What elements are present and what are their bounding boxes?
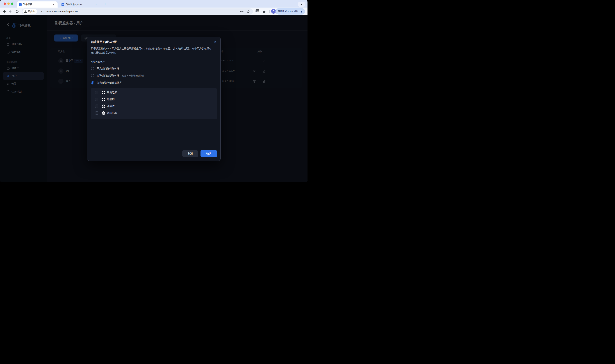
chrome-update-label: 有新版 Chrome 可用 xyxy=(278,10,298,13)
library-list: 最新电影 电视剧 动画片 韩国电影 xyxy=(91,88,217,119)
chrome-update-button[interactable]: 有新版 Chrome 可用 ⋮ xyxy=(275,8,305,14)
film-reel-icon xyxy=(102,104,105,108)
option-no-access[interactable]: 不允访问任何媒体库 xyxy=(91,66,119,71)
profile-avatar[interactable]: E xyxy=(271,9,276,14)
library-row-animation[interactable]: 动画片 xyxy=(91,103,217,110)
off-badge: OFF xyxy=(256,10,259,13)
film-reel-icon xyxy=(102,111,105,115)
tab-title: 飞牛私有云fnOS xyxy=(66,3,94,6)
browser-toolbar: 不安全 192.168.8.4:8000/v/settings/users OF… xyxy=(0,8,307,15)
confirm-button[interactable]: 确认 xyxy=(201,150,217,157)
film-reel-icon xyxy=(102,91,105,94)
library-name: 动画片 xyxy=(107,104,115,108)
default-permissions-modal: 新注册用户默认权限 × 用于设置其他 NAS 用户首次注册登录影视应用时，所能访… xyxy=(87,37,221,161)
tab-title: 飞牛影视 xyxy=(23,3,52,6)
library-row-korean-movies[interactable]: 韩国电影 xyxy=(91,110,217,117)
film-reel-icon xyxy=(102,98,105,101)
security-chip-label: 不安全 xyxy=(28,10,35,13)
toolbar-divider xyxy=(269,10,270,13)
library-row-latest-movies[interactable]: 最新电影 xyxy=(91,89,217,96)
adblock-off-extension-icon[interactable]: OFF xyxy=(255,9,259,13)
checkbox[interactable] xyxy=(95,111,98,115)
library-row-tv-series[interactable]: 电视剧 xyxy=(91,96,217,103)
fnos-favicon-icon xyxy=(19,3,22,6)
tab-close-icon[interactable]: ✕ xyxy=(94,3,98,6)
tab-search-button[interactable] xyxy=(298,2,305,7)
minimize-window-button[interactable] xyxy=(7,2,10,5)
new-tab-button[interactable]: + xyxy=(103,2,108,6)
browser-window: 飞牛影视 ✕ 飞牛私有云fnOS ✕ + 不安全 192.168.8.4:800… xyxy=(0,0,307,182)
forward-icon[interactable] xyxy=(9,10,12,13)
back-icon[interactable] xyxy=(2,10,6,13)
accessible-libraries-label: 可访问媒体库 xyxy=(91,60,105,64)
chevron-down-icon xyxy=(301,3,303,5)
radio-icon[interactable] xyxy=(91,67,94,70)
password-key-icon[interactable] xyxy=(240,10,244,13)
radio-icon[interactable] xyxy=(91,74,94,77)
close-window-button[interactable] xyxy=(4,2,6,5)
option-all-access[interactable]: 允许访问全部媒体库 包含将来新增的媒体库 xyxy=(91,73,144,78)
checkbox[interactable] xyxy=(95,98,98,101)
close-icon[interactable]: × xyxy=(214,39,217,45)
reload-icon[interactable] xyxy=(15,10,19,13)
tab-strip: 飞牛影视 ✕ 飞牛私有云fnOS ✕ + xyxy=(0,0,307,8)
checkbox[interactable] xyxy=(95,104,98,108)
radio-selected-icon[interactable] xyxy=(91,81,94,84)
url-text: 192.168.8.4:8000/v/settings/users xyxy=(39,10,78,13)
modal-title: 新注册用户默认权限 xyxy=(91,40,117,44)
checkbox[interactable] xyxy=(95,91,98,94)
library-name: 电视剧 xyxy=(107,98,115,101)
fnos-favicon-icon xyxy=(61,3,64,6)
cancel-button[interactable]: 取消 xyxy=(182,150,198,157)
warning-icon xyxy=(24,10,27,13)
option-hint: 包含将来新增的媒体库 xyxy=(122,74,144,77)
tab-fnos-cloud[interactable]: 飞牛私有云fnOS ✕ xyxy=(59,1,100,8)
address-bar[interactable]: 不安全 192.168.8.4:8000/v/settings/users xyxy=(22,8,253,14)
extensions-puzzle-icon[interactable] xyxy=(262,10,266,13)
fnos-movie-app: 飞牛影视 帐号 修改密码 播放偏好 影视服务器 媒体库 用户 设置 xyxy=(0,15,307,182)
browser-menu-icon[interactable]: ⋮ xyxy=(300,10,303,13)
option-partial-access[interactable]: 仅允许访问部分媒体库 xyxy=(91,80,122,85)
tab-close-icon[interactable]: ✕ xyxy=(52,3,55,6)
library-name: 最新电影 xyxy=(107,91,117,94)
bookmark-star-icon[interactable] xyxy=(246,10,250,13)
library-name: 韩国电影 xyxy=(107,111,117,115)
security-chip[interactable]: 不安全 xyxy=(23,9,37,14)
modal-description: 用于设置其他 NAS 用户首次注册登录影视应用时，所能访问的媒体库范围。以下为默… xyxy=(91,47,213,55)
tab-movie-app[interactable]: 飞牛影视 ✕ xyxy=(17,1,57,8)
zoom-window-button[interactable] xyxy=(11,2,13,5)
